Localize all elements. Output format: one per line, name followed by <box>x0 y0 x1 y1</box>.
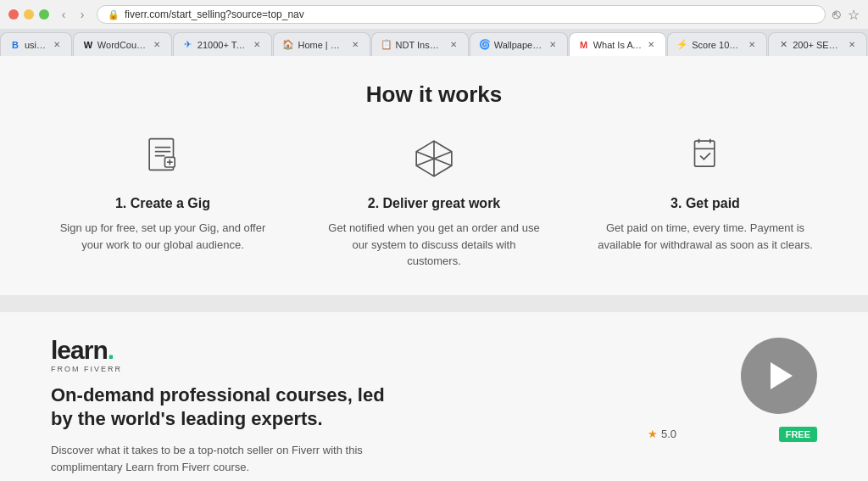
step-2-icon <box>409 133 459 184</box>
free-badge: FREE <box>779 427 817 442</box>
browser-controls <box>8 9 49 20</box>
browser-chrome: ‹ › 🔒 fiverr.com/start_selling?source=to… <box>0 0 868 56</box>
star-rating: ★ 5.0 <box>648 428 676 440</box>
tab-close-2[interactable]: ✕ <box>151 39 163 51</box>
deliver-work-icon <box>413 137 455 180</box>
tab-1[interactable]: B usiness S... ✕ <box>0 32 72 56</box>
step-3: 3. Get paid Get paid on time, every time… <box>595 133 815 270</box>
share-icon[interactable]: ⎋ <box>832 7 841 22</box>
tab-favicon-9: ✕ <box>777 39 789 51</box>
tab-favicon-2: W <box>82 39 94 51</box>
step-3-title: 3. Get paid <box>670 196 740 211</box>
lock-icon: 🔒 <box>108 9 120 20</box>
tab-close-1[interactable]: ✕ <box>51 39 63 51</box>
step-2: 2. Deliver great work Get notified when … <box>324 133 544 270</box>
step-1-description: Sign up for free, set up your Gig, and o… <box>53 220 273 253</box>
get-paid-icon <box>684 137 726 180</box>
tab-favicon-4: 🏠 <box>282 39 294 51</box>
learn-headline: On-demand professional courses, led by t… <box>51 383 407 432</box>
minimize-btn[interactable] <box>24 9 34 20</box>
learn-content: learn. FROM FIVERR On-demand professiona… <box>51 338 614 478</box>
tab-2[interactable]: W WordCounter - Cou... ✕ <box>73 32 172 56</box>
close-btn[interactable] <box>8 9 19 20</box>
step-1: 1. Create a Gig Sign up for free, set up… <box>53 133 273 270</box>
tab-label-4: Home | Meticulous... <box>298 40 345 50</box>
maximize-btn[interactable] <box>39 9 49 20</box>
tab-label-6: Wallpapers.com | 2... <box>494 40 543 50</box>
tab-5[interactable]: 📋 NDT Inspection | N... ✕ <box>371 32 469 56</box>
step-3-icon <box>680 133 731 184</box>
section-divider <box>0 295 868 312</box>
tab-favicon-6: 🌀 <box>479 39 491 51</box>
page-content: How it works 1. Create a Gig Sign <box>0 56 868 481</box>
tab-label-7: What Is A URL And... <box>593 40 643 50</box>
steps-container: 1. Create a Gig Sign up for free, set up… <box>53 133 815 270</box>
bookmark-icon[interactable]: ☆ <box>848 7 860 23</box>
learn-section: learn. FROM FIVERR On-demand professiona… <box>0 312 868 482</box>
how-it-works-section: How it works 1. Create a Gig Sign <box>0 56 868 295</box>
address-bar[interactable]: 🔒 fiverr.com/start_selling?source=top_na… <box>97 5 826 24</box>
forward-button[interactable]: › <box>75 7 90 22</box>
back-button[interactable]: ‹ <box>56 7 71 22</box>
browser-nav-buttons: ‹ › <box>56 7 90 22</box>
tab-3[interactable]: ✈ 21000+ Telegram C... ✕ <box>173 32 273 56</box>
tab-label-1: usiness S... <box>25 40 47 50</box>
play-button[interactable] <box>741 338 817 414</box>
tab-close-7[interactable]: ✕ <box>645 39 657 51</box>
tab-close-6[interactable]: ✕ <box>547 39 559 51</box>
tab-label-2: WordCounter - Cou... <box>97 40 147 50</box>
step-1-icon <box>137 133 188 184</box>
browser-actions: ⎋ ☆ <box>832 7 860 23</box>
browser-titlebar: ‹ › 🔒 fiverr.com/start_selling?source=to… <box>0 0 868 29</box>
star-icon: ★ <box>648 428 658 440</box>
tab-close-3[interactable]: ✕ <box>251 39 263 51</box>
step-2-description: Get notified when you get an order and u… <box>324 220 544 270</box>
svg-rect-11 <box>695 141 715 166</box>
learn-logo-text: learn. <box>51 338 614 363</box>
tab-favicon-5: 📋 <box>381 39 392 51</box>
tabs-bar: B usiness S... ✕ W WordCounter - Cou... … <box>0 29 868 56</box>
how-it-works-title: How it works <box>17 81 851 108</box>
tab-favicon-3: ✈ <box>182 39 194 51</box>
tab-7[interactable]: M What Is A URL And... ✕ <box>569 32 667 56</box>
tab-label-3: 21000+ Telegram C... <box>198 40 248 50</box>
tab-close-5[interactable]: ✕ <box>448 39 459 51</box>
tab-label-5: NDT Inspection | N... <box>396 40 444 50</box>
tab-4[interactable]: 🏠 Home | Meticulous... ✕ <box>273 32 370 56</box>
tab-favicon-7: M <box>578 39 590 51</box>
tab-close-9[interactable]: ✕ <box>846 39 858 51</box>
step-3-description: Get paid on time, every time. Payment is… <box>595 220 815 253</box>
tab-8[interactable]: ⚡ Score 100/100 With... ✕ <box>667 32 767 56</box>
tab-close-4[interactable]: ✕ <box>349 39 361 51</box>
video-thumbnail: ★ 5.0 FREE <box>648 338 817 445</box>
tab-label-8: Score 100/100 With... <box>692 40 743 50</box>
tab-favicon-8: ⚡ <box>676 39 688 51</box>
step-2-title: 2. Deliver great work <box>368 196 501 211</box>
tab-favicon-1: B <box>9 39 21 51</box>
learn-logo: learn. FROM FIVERR <box>51 338 614 373</box>
url-text: fiverr.com/start_selling?source=top_nav <box>125 8 815 20</box>
create-gig-icon <box>142 137 184 180</box>
learn-right: ★ 5.0 FREE <box>648 338 817 445</box>
step-1-title: 1. Create a Gig <box>115 196 210 211</box>
learn-description: Discover what it takes to be a top-notch… <box>51 442 373 478</box>
play-icon <box>771 362 793 389</box>
tab-label-9: 200+ SEO Tools for... <box>793 40 843 50</box>
learn-logo-dot: . <box>108 336 114 364</box>
tab-close-8[interactable]: ✕ <box>746 39 758 51</box>
tab-6[interactable]: 🌀 Wallpapers.com | 2... ✕ <box>470 32 568 56</box>
learn-logo-sub: FROM FIVERR <box>51 365 614 373</box>
tab-9[interactable]: ✕ 200+ SEO Tools for... ✕ <box>768 32 867 56</box>
rating-value: 5.0 <box>661 428 676 440</box>
